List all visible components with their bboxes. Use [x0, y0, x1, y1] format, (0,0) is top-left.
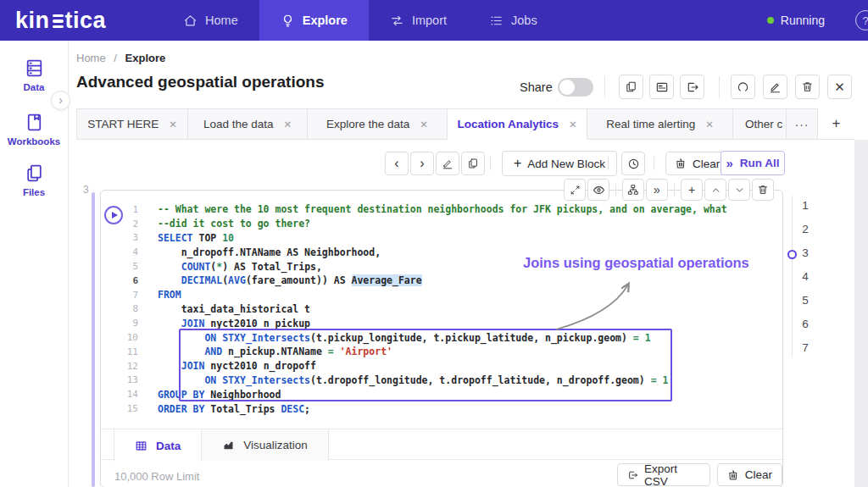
nav-item-jobs[interactable]: Jobs: [468, 0, 559, 41]
kinetica-logo[interactable]: kin tica: [15, 8, 106, 34]
block-nav-item-6[interactable]: 6: [793, 313, 817, 336]
close-workbook-button[interactable]: ✕: [827, 75, 852, 99]
divider: [654, 157, 654, 170]
history-clock-button[interactable]: [621, 152, 645, 175]
code-text: DECIMAL(AVG(fare_amount)) AS Average_Far…: [138, 274, 422, 286]
sidebar-item-label: Files: [23, 187, 45, 197]
breadcrumb-home[interactable]: Home: [76, 52, 106, 64]
sidebar-item-workbooks[interactable]: Workbooks: [0, 112, 68, 147]
delete-block-button[interactable]: [752, 179, 774, 201]
logo-text-right: tica: [65, 8, 107, 34]
run-all-button[interactable]: » Run All: [721, 151, 785, 175]
run-block-play-button[interactable]: [104, 206, 123, 224]
tab-label: START HERE: [87, 118, 159, 130]
copy-worksheet-button[interactable]: [461, 152, 485, 175]
tab-close-icon[interactable]: ✕: [169, 119, 177, 130]
sidebar-item-data[interactable]: Data: [0, 58, 68, 92]
bulb-icon: [281, 14, 295, 28]
block-nav-item-5[interactable]: 5: [793, 289, 817, 313]
results-tab-data[interactable]: Data: [114, 429, 202, 462]
delete-workbook-button[interactable]: [795, 75, 820, 99]
copy-icon: [467, 158, 479, 169]
prev-block-button[interactable]: ‹: [385, 152, 409, 175]
code-text: JOIN nyct2010 n_pickup: [138, 318, 310, 329]
help-icon[interactable]: ?: [855, 10, 868, 30]
code-line[interactable]: 7FROM: [101, 288, 782, 302]
clear-worksheet-button[interactable]: Clear: [665, 152, 729, 175]
add-block-below-button[interactable]: +: [681, 179, 703, 201]
worksheet-workspace: ‹ › + Add New Block Clear » Run All 3: [68, 140, 868, 487]
results-tab-label: Data: [156, 440, 181, 452]
logo-text-left: kin: [15, 8, 50, 34]
explain-plan-button[interactable]: [622, 179, 644, 201]
rename-workbook-button[interactable]: [763, 75, 787, 99]
add-new-block-button[interactable]: + Add New Block: [502, 151, 617, 176]
tab-location-analytics[interactable]: Location Analytics ✕: [448, 108, 587, 140]
tab-close-icon[interactable]: ✕: [283, 119, 292, 130]
run-block-button[interactable]: »: [646, 179, 668, 201]
tab-close-icon[interactable]: ✕: [420, 119, 428, 130]
tab-label: Load the data: [203, 118, 274, 130]
results-panel: Data Visualization 10,000 Row Limit Expo…: [101, 429, 782, 487]
move-block-up-button[interactable]: [704, 179, 726, 201]
code-line[interactable]: 8 taxi_data_historical t: [101, 302, 782, 317]
results-tab-label: Visualization: [243, 439, 308, 451]
tab-other[interactable]: Other c: [733, 108, 787, 140]
results-tab-visualization[interactable]: Visualization: [202, 429, 329, 461]
nav-item-explore[interactable]: Explore: [259, 0, 369, 41]
code-line[interactable]: 2--did it cost to go there?: [101, 217, 782, 231]
rename-worksheet-button[interactable]: [436, 152, 459, 175]
duplicate-workbook-button[interactable]: [619, 75, 643, 99]
share-toggle[interactable]: [558, 78, 593, 97]
tab-real-time-alerting[interactable]: Real time alerting ✕: [587, 108, 733, 140]
tab-start-here[interactable]: START HERE ✕: [76, 108, 188, 140]
code-line[interactable]: 12 JOIN nyct2010 n_dropoff: [101, 359, 782, 374]
code-text: taxi_data_historical t: [138, 303, 310, 315]
block-nav-line: [792, 196, 793, 357]
run-all-label: Run All: [740, 157, 780, 169]
export-workbook-button[interactable]: [680, 75, 704, 99]
home-icon: [183, 14, 198, 28]
block-nav-item-2[interactable]: 2: [793, 218, 817, 241]
export-csv-button[interactable]: Export CSV: [617, 463, 710, 486]
clear-broom-icon: [727, 469, 739, 481]
block-nav-item-1[interactable]: 1: [793, 194, 817, 218]
line-number: 10: [101, 332, 138, 343]
nav-item-home[interactable]: Home: [162, 0, 259, 41]
tab-load-the-data[interactable]: Load the data ✕: [188, 108, 308, 140]
block-nav-item-7[interactable]: 7: [793, 336, 817, 360]
tab-close-icon[interactable]: ✕: [705, 119, 714, 130]
code-editor[interactable]: 1-- What were the 10 most frequent desti…: [101, 202, 782, 416]
code-line[interactable]: 11 AND n_pickup.NTAName = 'Airport': [101, 345, 782, 359]
sidebar-collapse-chevron-icon[interactable]: ›: [51, 91, 70, 110]
block-nav-item-4[interactable]: 4: [793, 265, 817, 289]
preview-eye-button[interactable]: [587, 179, 609, 201]
tab-explore-the-data[interactable]: Explore the data ✕: [308, 108, 448, 140]
code-text: FROM: [138, 289, 181, 301]
line-number: 9: [101, 318, 138, 329]
chart-icon: [222, 439, 235, 451]
expand-block-button[interactable]: [564, 179, 586, 201]
nav-item-import[interactable]: Import: [369, 0, 468, 41]
code-line[interactable]: 9 JOIN nyct2010 n_pickup: [101, 316, 782, 330]
code-line[interactable]: 13 ON STXY_Intersects(t.dropoff_longitud…: [101, 374, 782, 388]
export-icon: [627, 469, 638, 481]
tab-close-icon[interactable]: ✕: [569, 119, 577, 130]
sidebar-item-files[interactable]: Files: [0, 163, 68, 197]
move-block-down-button[interactable]: [728, 179, 750, 201]
workbook-details-button[interactable]: [649, 75, 674, 99]
breadcrumb: Home / Explore: [76, 52, 165, 64]
block-nav-item-3[interactable]: 3: [793, 241, 817, 265]
code-line[interactable]: 10 ON STXY_Intersects(t.pickup_longitude…: [101, 330, 782, 345]
next-block-button[interactable]: ›: [410, 152, 434, 175]
code-line[interactable]: 6 DECIMAL(AVG(fare_amount)) AS Average_F…: [101, 274, 782, 288]
refresh-history-button[interactable]: [731, 75, 755, 99]
code-line[interactable]: 1-- What were the 10 most frequent desti…: [101, 202, 782, 217]
top-nav: kin tica Home Explore Import Jobs Runnin…: [0, 0, 868, 41]
tab-overflow-button[interactable]: ···: [787, 108, 818, 140]
clear-results-button[interactable]: Clear: [717, 463, 782, 486]
code-line[interactable]: 15ORDER BY Total_Trips DESC;: [101, 401, 782, 416]
code-line[interactable]: 14GROUP BY Neighborhood: [101, 387, 782, 401]
tab-add-button[interactable]: +: [818, 108, 854, 140]
code-line[interactable]: 3SELECT TOP 10: [101, 231, 782, 246]
